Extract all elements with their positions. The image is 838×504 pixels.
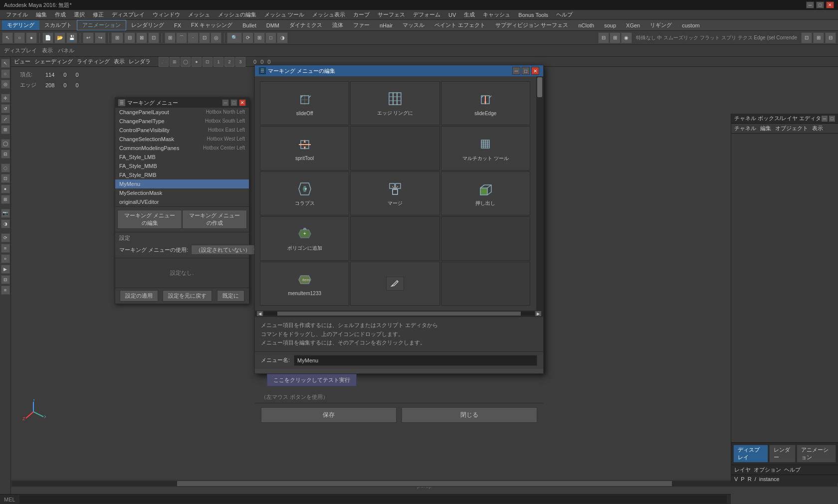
mode-custom[interactable]: custom	[677, 21, 704, 29]
mode-muscle[interactable]: マッスル	[398, 20, 429, 30]
vp-menu-light[interactable]: ライティング	[77, 58, 110, 65]
menu-help[interactable]: ヘルプ	[552, 10, 577, 19]
mme-hscroll-thumb[interactable]	[277, 312, 521, 316]
tool-select[interactable]: ↖	[2, 32, 13, 43]
tool-anim[interactable]: ▶	[1, 265, 10, 274]
channel-max-btn[interactable]: □	[829, 116, 835, 122]
mm-item-change-panel-layout[interactable]: ChangePanelLayout Hotbox North Left	[115, 108, 249, 117]
mm-default-btn[interactable]: 既定に	[217, 290, 244, 302]
menu-mesh-tools[interactable]: メッシュ ツール	[260, 10, 308, 19]
mm-item-control-pane[interactable]: ControlPaneVisibility Hotbox East Left	[115, 126, 249, 135]
mode-dynamics[interactable]: ダイナミクス	[284, 20, 327, 30]
tool-open[interactable]: 📂	[54, 32, 65, 43]
vp-icon3[interactable]: ◯	[181, 57, 191, 67]
icon-cell-pencil[interactable]	[350, 262, 439, 306]
vp-menu-view[interactable]: ビュー	[14, 58, 30, 65]
render-icon4[interactable]: □	[265, 32, 276, 43]
tool-sculpt-side[interactable]: ●	[1, 184, 10, 193]
tool-paint[interactable]: ●	[26, 32, 37, 43]
snap-surface[interactable]: ⊡	[199, 32, 210, 43]
tool-transform4[interactable]: ⊡	[148, 32, 159, 43]
view-single[interactable]: ⊡	[801, 32, 812, 43]
mme-save-btn[interactable]: 保存	[261, 407, 397, 423]
mode-nhair[interactable]: nHair	[375, 21, 398, 29]
mode-fx-cache[interactable]: FX キャッシング	[186, 20, 237, 30]
minimize-button[interactable]: ─	[806, 1, 814, 8]
mme-name-input[interactable]	[294, 355, 537, 366]
render-icon3[interactable]: ⊞	[254, 32, 265, 43]
mode-subdiv[interactable]: サブディビジョン サーフェス	[490, 20, 573, 30]
icon-cell-slideoff[interactable]: slideOff	[260, 81, 349, 125]
menu-mesh-edit[interactable]: メッシュの編集	[214, 10, 260, 19]
mode-soup[interactable]: soup	[599, 21, 621, 29]
mm-item-fa-lmb[interactable]: FA_Style_LMB	[115, 153, 249, 162]
mode-paint-fx[interactable]: ペイント エフェクト	[429, 20, 490, 30]
right-icon3[interactable]: ◉	[621, 32, 632, 43]
ch-menu-show[interactable]: 表示	[812, 125, 823, 132]
icon-cell-merge[interactable]: マージ	[350, 171, 439, 215]
icon-cell-slideedge[interactable]: slideEdge	[441, 81, 530, 125]
tool-arrow[interactable]: ↖	[1, 59, 10, 68]
menu-create[interactable]: 作成	[51, 10, 70, 19]
tool-paint-side[interactable]: ◎	[1, 80, 10, 89]
mm-create-btn[interactable]: マーキング メニューの作成	[182, 210, 247, 229]
tool-redo[interactable]: ↪	[95, 32, 106, 43]
right-icon1[interactable]: ⊟	[598, 32, 609, 43]
vp-icon6[interactable]: 1	[213, 57, 223, 67]
mode-animation[interactable]: アニメーション	[77, 20, 126, 30]
ch-menu-edit[interactable]: 編集	[760, 125, 771, 132]
icon-cell-addpoly[interactable]: + ポリゴンに追加	[260, 216, 349, 260]
mm-reset-btn[interactable]: 設定を元に戻す	[163, 290, 212, 302]
menu-cache[interactable]: キャッシュ	[479, 10, 514, 19]
mme-vscroll-thumb[interactable]	[537, 77, 542, 97]
mm-item-fa-rmb[interactable]: FA_Style_RMB	[115, 170, 249, 179]
panel-close-btn[interactable]: ✕	[239, 99, 246, 106]
icon-cell-extrude[interactable]: 押し出し	[441, 171, 530, 215]
tool-move[interactable]: ✛	[1, 94, 10, 103]
menu-mesh-display[interactable]: メッシュ表示	[308, 10, 349, 19]
panel-max-btn[interactable]: □	[230, 99, 237, 106]
layer-menu-help[interactable]: ヘルプ	[784, 466, 801, 474]
vp-icon7[interactable]: 2	[224, 57, 234, 67]
tool-transform2[interactable]: ⊟	[124, 32, 135, 43]
hscroll-thumb[interactable]	[177, 481, 672, 486]
tool-graph[interactable]: ≡	[1, 244, 10, 253]
mm-item-mymenu[interactable]: MyMenu	[115, 179, 249, 188]
mm-item-mysel[interactable]: MySelectionMask	[115, 188, 249, 197]
vp-icon1[interactable]: 🎥	[159, 57, 169, 67]
tool-undo[interactable]: ↩	[83, 32, 94, 43]
ch-tab-render[interactable]: レンダー	[769, 445, 796, 463]
tool-outliner[interactable]: ≡	[1, 286, 10, 295]
view-custom[interactable]: ⊟	[825, 32, 836, 43]
menu-curve[interactable]: カーブ	[349, 10, 374, 19]
menu-modify[interactable]: 修正	[89, 10, 108, 19]
menu-deform[interactable]: デフォーム	[409, 10, 444, 19]
mode-bullet[interactable]: Bullet	[237, 21, 261, 29]
view-quad[interactable]: ⊞	[813, 32, 824, 43]
ch-tab-anim[interactable]: アニメーション	[797, 445, 836, 463]
layer-menu-options[interactable]: オプション	[754, 466, 781, 474]
ch-menu-channel[interactable]: チャネル	[734, 125, 756, 132]
mode-dmm[interactable]: DMM	[261, 21, 284, 29]
tool-universal[interactable]: ⊞	[1, 125, 10, 134]
tool-mesh[interactable]: ⊡	[1, 174, 10, 183]
vp-icon4[interactable]: ●	[192, 57, 202, 67]
tool-save[interactable]: 💾	[66, 32, 77, 43]
tool-camera[interactable]: 📷	[1, 209, 10, 218]
vp-menu-show[interactable]: 表示	[114, 58, 125, 65]
mm-item-change-sel[interactable]: ChangeSelectionMask Hotbox West Left	[115, 135, 249, 144]
snap-live[interactable]: ◎	[210, 32, 221, 43]
mode-ncloth[interactable]: nCloth	[573, 21, 599, 29]
menu-display[interactable]: ディスプレイ	[108, 10, 149, 19]
mme-min-btn[interactable]: ─	[512, 67, 520, 75]
menu-mesh[interactable]: メッシュ	[184, 10, 214, 19]
mm-apply-btn[interactable]: 設定の適用	[120, 290, 158, 302]
tool-lasso[interactable]: ○	[14, 32, 25, 43]
mm-item-common-panes[interactable]: CommonModelingPanes Hotbox Center Left	[115, 144, 249, 153]
render-icon2[interactable]: ⟳	[242, 32, 253, 43]
icon-cell-edge-ring[interactable]: エッジ リングに	[350, 81, 439, 125]
icon-cell-menuitem[interactable]: item menuItem1233	[260, 262, 349, 306]
tool-rotate[interactable]: ↺	[1, 104, 10, 113]
mme-max-btn[interactable]: □	[522, 67, 530, 75]
mode-modeling[interactable]: モデリング	[2, 20, 39, 30]
